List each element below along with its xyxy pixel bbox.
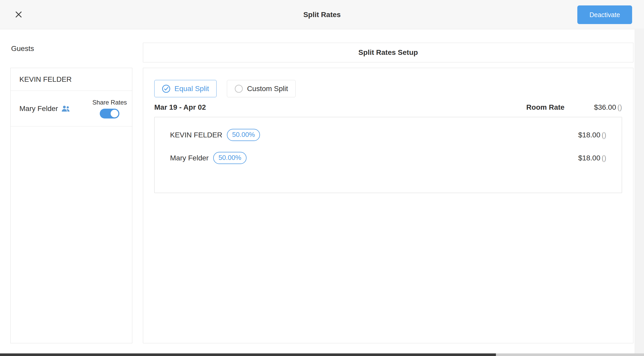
split-percent-pill[interactable]: 50.00% [227, 129, 260, 141]
custom-split-label: Custom Split [247, 85, 288, 93]
date-range: Mar 19 - Apr 02 [154, 103, 206, 112]
scrollbar-track[interactable] [635, 29, 644, 353]
split-setup-panel: Equal Split Custom Split Mar 19 - Apr 02… [143, 68, 633, 343]
room-rate-value: $36.00 [594, 103, 616, 111]
shared-guests-icon [61, 105, 70, 113]
split-mode-options: Equal Split Custom Split [154, 80, 622, 97]
equal-split-option[interactable]: Equal Split [154, 80, 217, 97]
room-rate-suffix: () [617, 103, 622, 111]
room-rate-label: Room Rate [526, 103, 565, 112]
share-rates-toggle[interactable] [100, 109, 119, 118]
page-title: Split Rates [0, 0, 644, 29]
split-amount: $18.00() [578, 154, 606, 162]
guest-splits-box: KEVIN FELDER 50.00% $18.00() Mary Felder… [154, 117, 622, 193]
close-icon [14, 10, 23, 19]
setup-title-bar: Split Rates Setup [143, 43, 633, 62]
guest-list-panel: KEVIN FELDER Mary Felder Share Rates [10, 68, 132, 343]
primary-guest-name: KEVIN FELDER [19, 75, 72, 84]
close-button[interactable] [11, 7, 26, 22]
split-amount-value: $18.00 [578, 154, 600, 162]
custom-split-option[interactable]: Custom Split [227, 80, 296, 97]
split-row-mary: Mary Felder 50.00% $18.00() [170, 146, 606, 169]
rate-period-row: Mar 19 - Apr 02 Room Rate $36.00() [154, 101, 622, 113]
equal-split-label: Equal Split [174, 85, 209, 93]
check-circle-icon [162, 84, 171, 93]
split-amount-suffix: () [602, 154, 606, 162]
share-rates-label: Share Rates [93, 99, 127, 106]
split-row-kevin: KEVIN FELDER 50.00% $18.00() [170, 123, 606, 146]
bottom-edge [0, 353, 644, 356]
toggle-knob [111, 110, 118, 117]
bottom-edge-dark [0, 353, 496, 356]
shared-guest-name: Mary Felder [19, 105, 58, 113]
guest-row-shared[interactable]: Mary Felder Share Rates [11, 91, 132, 127]
deactivate-button[interactable]: Deactivate [577, 5, 632, 24]
guests-section-label: Guests [11, 44, 34, 53]
split-amount: $18.00() [578, 131, 606, 139]
room-rate-amount: $36.00() [594, 103, 622, 112]
share-rates-control: Share Rates [93, 99, 127, 118]
split-percent-pill[interactable]: 50.00% [213, 152, 246, 164]
split-amount-value: $18.00 [578, 131, 600, 139]
radio-circle-icon [234, 84, 243, 93]
split-guest-name: Mary Felder [170, 154, 209, 162]
bottom-edge-light [496, 353, 644, 356]
setup-title: Split Rates Setup [358, 48, 418, 57]
room-rate-summary: Room Rate $36.00() [526, 103, 622, 112]
guest-row-primary[interactable]: KEVIN FELDER [11, 68, 132, 91]
split-guest-name: KEVIN FELDER [170, 131, 222, 139]
modal-header: Split Rates Deactivate [0, 0, 644, 29]
split-amount-suffix: () [602, 131, 606, 139]
shared-guest-identity: Mary Felder [19, 105, 70, 113]
